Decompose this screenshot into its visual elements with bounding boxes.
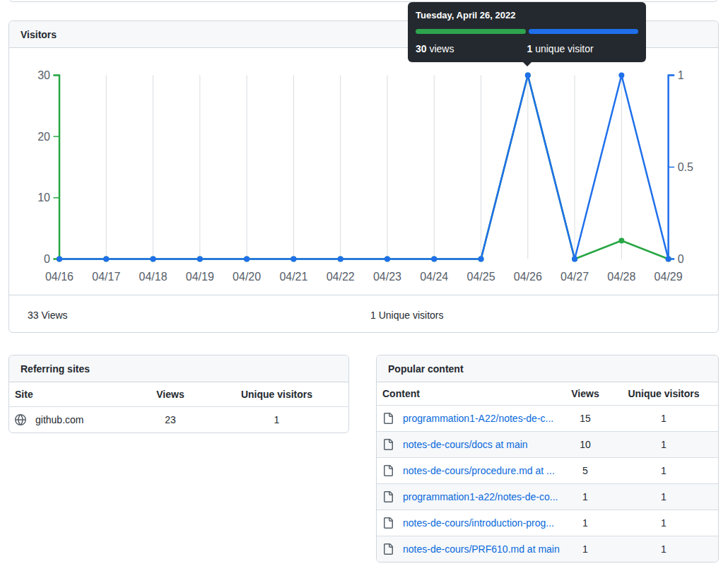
unique visitors-point[interactable] — [151, 257, 156, 262]
tooltip-date: Tuesday, April 26, 2022 — [416, 8, 638, 23]
series-views — [57, 73, 671, 262]
popular-content-title: Popular content — [388, 363, 464, 375]
x-axis-tick-label: 04/23 — [373, 271, 401, 283]
table-row: programmation1-A22/notes-de-c...151 — [377, 405, 718, 431]
unique visitors-point[interactable] — [290, 257, 296, 262]
unique visitors-point[interactable] — [618, 73, 624, 78]
file-icon — [382, 413, 394, 424]
column-header-views: Views — [561, 388, 609, 399]
content-link[interactable]: notes-de-cours/docs at main — [403, 439, 528, 450]
right-axis-tick-label: 0 — [678, 253, 684, 265]
file-icon — [382, 543, 394, 555]
row-views: 10 — [561, 439, 609, 450]
unique visitors-point[interactable] — [244, 257, 249, 262]
row-unique-visitors: 1 — [609, 491, 718, 502]
file-icon — [382, 491, 394, 502]
views-point[interactable] — [618, 238, 624, 244]
total-unique-visitors: 1 Unique visitors — [370, 310, 444, 321]
content-link[interactable]: notes-de-cours/PRF610.md at main — [403, 543, 560, 555]
x-axis-tick-label: 04/29 — [654, 271, 683, 283]
column-header-label: Content — [377, 388, 561, 399]
referring-sites-title: Referring sites — [20, 363, 90, 375]
content-link[interactable]: notes-de-cours/introduction-prog... — [403, 517, 554, 529]
unique visitors-point[interactable] — [197, 257, 203, 262]
row-unique-visitors: 1 — [609, 465, 718, 476]
content-link[interactable]: programmation1-a22/notes-de-co... — [403, 491, 558, 502]
unique visitors-point[interactable] — [431, 257, 437, 262]
file-icon — [382, 517, 394, 529]
row-views: 1 — [561, 491, 609, 502]
unique-visitors-bar — [529, 29, 639, 34]
x-axis-tick-label: 04/24 — [420, 271, 448, 283]
file-icon — [382, 439, 394, 450]
unique visitors-point[interactable] — [57, 257, 62, 262]
x-axis-tick-label: 04/27 — [560, 271, 589, 283]
visitors-title: Visitors — [20, 29, 57, 40]
row-views: 23 — [136, 414, 205, 425]
row-unique-visitors: 1 — [609, 543, 718, 555]
table-row: notes-de-cours/docs at main101 — [377, 431, 718, 457]
unique visitors-point[interactable] — [666, 257, 671, 262]
x-axis-tick-label: 04/28 — [607, 271, 635, 283]
referring-sites-header: Referring sites — [9, 355, 348, 382]
visitors-card: Visitors 010203000.5104/1604/1704/1804/1… — [8, 20, 719, 333]
table-row: programmation1-a22/notes-de-co...11 — [377, 483, 718, 510]
unique visitors-point[interactable] — [479, 257, 484, 262]
unique visitors-point[interactable] — [384, 257, 390, 262]
row-unique-visitors: 1 — [609, 413, 718, 424]
chart-tooltip: Tuesday, April 26, 2022 30 views 1 uniqu… — [408, 2, 646, 62]
left-axis-tick-label: 20 — [37, 131, 50, 143]
unique visitors-line — [59, 76, 669, 259]
file-icon — [382, 465, 394, 476]
visitors-chart[interactable]: 010203000.5104/1604/1704/1804/1904/2004/… — [9, 49, 718, 295]
table-header-row: SiteViewsUnique visitors — [9, 382, 348, 406]
content-link[interactable]: programmation1-A22/notes-de-c... — [403, 413, 553, 424]
x-axis-tick-label: 04/25 — [466, 271, 495, 283]
column-header-unique-visitors: Unique visitors — [205, 389, 348, 400]
row-views: 15 — [561, 413, 609, 424]
row-unique-visitors: 1 — [609, 517, 718, 529]
x-axis-tick-label: 04/16 — [45, 271, 74, 283]
right-axis-unique-visitors: 00.51 — [669, 69, 693, 265]
unique visitors-point[interactable] — [572, 257, 577, 262]
table-row: notes-de-cours/procedure.md at ...51 — [377, 457, 718, 483]
column-header-label: Site — [9, 389, 136, 400]
x-axis-tick-label: 04/22 — [327, 271, 355, 283]
visitors-line-chart[interactable]: 010203000.5104/1604/1704/1804/1904/2004/… — [9, 49, 718, 295]
tooltip-views: 30 views — [416, 43, 527, 54]
content-link[interactable]: notes-de-cours/procedure.md at ... — [403, 465, 555, 476]
row-views: 5 — [561, 465, 609, 476]
table-row: notes-de-cours/introduction-prog...11 — [377, 510, 718, 536]
tooltip-unique-visitors: 1 unique visitor — [527, 43, 639, 54]
unique visitors-point[interactable] — [103, 257, 109, 262]
x-axis-tick-label: 04/19 — [186, 271, 214, 283]
unique visitors-point[interactable] — [338, 257, 344, 262]
site-label: github.com — [35, 414, 83, 425]
views-bar — [416, 29, 526, 34]
popular-content-table: ContentViewsUnique visitorsprogrammation… — [377, 382, 718, 562]
table-header-row: ContentViewsUnique visitors — [377, 382, 718, 405]
x-axis-tick-label: 04/17 — [92, 271, 120, 283]
popular-content-card: Popular content ContentViewsUnique visit… — [376, 355, 719, 563]
tooltip-caret — [523, 62, 532, 66]
row-views: 1 — [561, 543, 609, 555]
table-row: github.com231 — [9, 406, 348, 432]
right-axis-tick-label: 1 — [678, 69, 684, 81]
series-unique-visitors — [57, 73, 671, 262]
left-axis-tick-label: 10 — [37, 192, 50, 204]
unique visitors-point[interactable] — [525, 73, 531, 78]
referring-sites-card: Referring sites SiteViewsUnique visitors… — [8, 355, 349, 433]
x-axis-tick-label: 04/26 — [514, 271, 542, 283]
column-header-views: Views — [136, 389, 205, 400]
column-header-unique-visitors: Unique visitors — [609, 388, 718, 399]
globe-icon — [15, 414, 26, 425]
table-row: notes-de-cours/PRF610.md at main11 — [377, 536, 718, 562]
row-unique-visitors: 1 — [205, 414, 348, 425]
left-axis-tick-label: 30 — [37, 69, 50, 81]
referring-sites-table: SiteViewsUnique visitorsgithub.com231 — [9, 382, 348, 432]
row-views: 1 — [561, 517, 609, 529]
right-axis-tick-label: 0.5 — [678, 161, 693, 173]
left-axis-tick-label: 0 — [44, 253, 50, 265]
visitors-summary: 33 Views 1 Unique visitors — [9, 295, 718, 332]
x-axis-tick-label: 04/18 — [139, 271, 168, 283]
